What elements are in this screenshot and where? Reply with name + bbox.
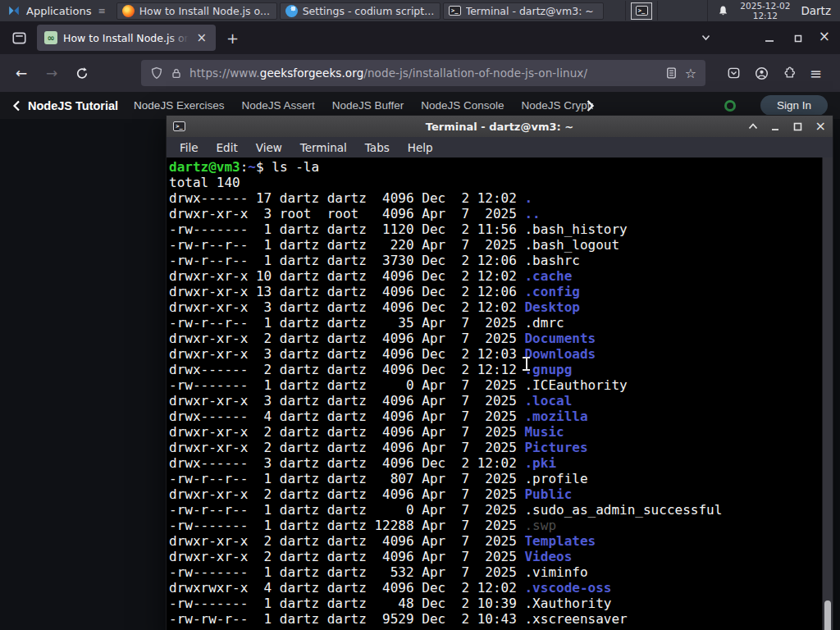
terminal-listing-line: drwxr-xr-x 2 dartz dartz 4096 Apr 7 2025…: [169, 549, 819, 564]
forward-icon[interactable]: →: [42, 65, 62, 81]
nav-link[interactable]: NodeJS Buffer: [332, 99, 404, 112]
terminal-icon: >_: [449, 6, 461, 16]
taskbar-window-button[interactable]: >_ Terminal - dartz@vm3: ~: [443, 2, 604, 20]
directory-name: Documents: [524, 331, 596, 346]
taskbar-window-buttons: How to Install Node.js o... Settings - c…: [116, 2, 604, 20]
file-name: .xscreensaver: [524, 611, 627, 627]
tracking-shield-icon[interactable]: [150, 66, 163, 80]
reader-mode-icon[interactable]: [665, 66, 678, 80]
terminal-scrollbar[interactable]: [822, 158, 833, 630]
file-name: .Xauthority: [524, 596, 611, 611]
panel-clock[interactable]: 2025-12-02 12:12: [740, 1, 790, 21]
codium-icon: [285, 5, 298, 17]
window-close-icon[interactable]: ×: [819, 28, 830, 44]
file-name: .swp: [524, 518, 556, 533]
firefox-view-icon[interactable]: [11, 31, 27, 45]
pocket-save-icon[interactable]: [727, 66, 741, 80]
gfg-nav-links: NodeJS ExercisesNodeJS AssertNodeJS Buff…: [134, 99, 593, 112]
terminal-listing-line: -rw------- 1 dartz dartz 1120 Dec 2 11:5…: [169, 221, 819, 237]
nav-back-tutorial[interactable]: NodeJS Tutorial: [12, 99, 118, 112]
search-icon[interactable]: [724, 100, 736, 112]
directory-name: .gnupg: [524, 362, 572, 377]
desktop-panel: Applications ≡ How to Install Node.js o.…: [0, 0, 840, 21]
close-icon[interactable]: ×: [815, 120, 826, 133]
terminal-listing-line: -rw------- 1 dartz dartz 12288 Apr 7 202…: [169, 518, 819, 533]
tray-terminal-button[interactable]: >_: [631, 2, 652, 20]
nav-link[interactable]: NodeJS Exercises: [134, 99, 224, 112]
nav-link[interactable]: NodeJS Crypto: [522, 99, 594, 112]
terminal-prompt-line: dartz@vm3:~$ ls -la: [169, 159, 819, 175]
browser-toolbar: ← → https://www.geeksforgeeks.org/node-j…: [0, 54, 840, 92]
chevron-right-icon[interactable]: [586, 99, 595, 112]
terminal-listing-line: drwxr-xr-x 13 dartz dartz 4096 Dec 2 12:…: [169, 284, 819, 299]
browser-tab-active[interactable]: ∞ How to Install Node.js on ×: [37, 25, 216, 51]
menu-item[interactable]: Help: [399, 141, 442, 154]
menu-item[interactable]: Tabs: [356, 141, 399, 154]
window-minimize-icon[interactable]: [765, 34, 774, 43]
shade-chevron-up-icon[interactable]: [748, 122, 758, 130]
url-bar[interactable]: https://www.geeksforgeeks.org/node-js/in…: [141, 60, 705, 86]
terminal-screen[interactable]: dartz@vm3:~$ ls -la total 140 drwx------…: [167, 158, 833, 630]
prompt-cwd: ~: [248, 159, 256, 175]
tab-bar: ∞ How to Install Node.js on × + ×: [0, 21, 840, 54]
url-text[interactable]: https://www.geeksforgeeks.org/node-js/in…: [189, 66, 587, 80]
taskbar-window-button[interactable]: How to Install Node.js o...: [116, 2, 277, 20]
tab-close-icon[interactable]: ×: [194, 32, 208, 44]
terminal-title: Terminal - dartz@vm3: ~: [167, 121, 833, 133]
file-name: .profile: [524, 471, 587, 486]
file-name: .dmrc: [524, 315, 564, 331]
lock-icon[interactable]: [171, 67, 182, 80]
chevron-left-icon: [12, 100, 21, 112]
url-scheme: https://www.: [189, 66, 260, 80]
directory-name: Public: [524, 486, 572, 502]
back-icon[interactable]: ←: [11, 65, 31, 81]
bookmark-star-icon[interactable]: ☆: [685, 66, 696, 81]
menu-item[interactable]: File: [171, 141, 208, 154]
terminal-menubar: FileEditViewTerminalTabsHelp: [167, 137, 833, 158]
terminal-listing-line: drwxr-xr-x 2 dartz dartz 4096 Apr 7 2025…: [169, 440, 819, 455]
url-path: /node-js/installation-of-node-js-on-linu…: [363, 66, 587, 80]
nav-link[interactable]: NodeJS Console: [421, 99, 504, 112]
terminal-listing-line: drwxr-xr-x 10 dartz dartz 4096 Dec 2 12:…: [169, 268, 819, 284]
account-icon[interactable]: [755, 66, 769, 80]
menu-item[interactable]: View: [247, 141, 291, 154]
applications-menu-button[interactable]: Applications ≡: [0, 0, 113, 21]
user-menu[interactable]: Dartz: [801, 4, 831, 17]
directory-name: Downloads: [524, 346, 596, 362]
list-all-tabs-chevron-icon[interactable]: [700, 32, 712, 43]
terminal-listing-line: drwxr-xr-x 2 dartz dartz 4096 Apr 7 2025…: [169, 331, 819, 346]
directory-name: .vscode-oss: [524, 580, 611, 596]
minimize-icon[interactable]: [771, 122, 780, 131]
terminal-listing-line: drwxr-xr-x 3 dartz dartz 4096 Dec 2 12:0…: [169, 299, 819, 315]
taskbar-window-button[interactable]: Settings - codium script...: [280, 2, 441, 20]
new-tab-button[interactable]: +: [226, 30, 239, 47]
directory-name: .pki: [524, 455, 556, 471]
sign-in-button[interactable]: Sign In: [760, 95, 828, 116]
window-maximize-icon[interactable]: [793, 34, 803, 43]
notification-bell-icon[interactable]: [717, 5, 729, 17]
reload-icon[interactable]: [72, 66, 92, 80]
scrollbar-thumb[interactable]: [824, 600, 831, 630]
clock-time: 12:12: [740, 11, 790, 21]
maximize-icon[interactable]: [793, 122, 802, 131]
directory-name: Music: [524, 424, 564, 440]
terminal-listing-line: -rw-r--r-- 1 dartz dartz 3730 Dec 2 12:0…: [169, 253, 819, 268]
extensions-puzzle-icon[interactable]: [783, 66, 796, 80]
app-menu-hamburger-icon[interactable]: ≡: [810, 65, 822, 82]
terminal-listing-line: drwxr-xr-x 3 dartz dartz 4096 Dec 2 12:0…: [169, 346, 819, 362]
terminal-titlebar[interactable]: >_ Terminal - dartz@vm3: ~ ×: [167, 116, 833, 137]
prompt-separator: :: [240, 159, 249, 175]
terminal-listing-line: drwxrwxr-x 4 dartz dartz 4096 Dec 2 12:0…: [169, 580, 819, 596]
directory-name: .mozilla: [524, 409, 587, 424]
nav-back-label: NodeJS Tutorial: [28, 99, 118, 112]
url-host: geeksforgeeks.org: [260, 66, 364, 80]
nav-link[interactable]: NodeJS Assert: [241, 99, 314, 112]
menu-item[interactable]: Terminal: [291, 141, 356, 154]
gfg-nav-right: Sign In: [724, 95, 828, 116]
menu-item[interactable]: Edit: [208, 141, 247, 154]
terminal-listing-line: -rw-r--r-- 1 dartz dartz 35 Apr 7 2025 .…: [169, 315, 819, 331]
file-name: .viminfo: [524, 564, 587, 580]
terminal-listing-line: drwx------ 17 dartz dartz 4096 Dec 2 12:…: [169, 190, 819, 206]
mouse-ibeam-cursor: [522, 357, 531, 371]
distro-logo-icon: [7, 4, 21, 17]
